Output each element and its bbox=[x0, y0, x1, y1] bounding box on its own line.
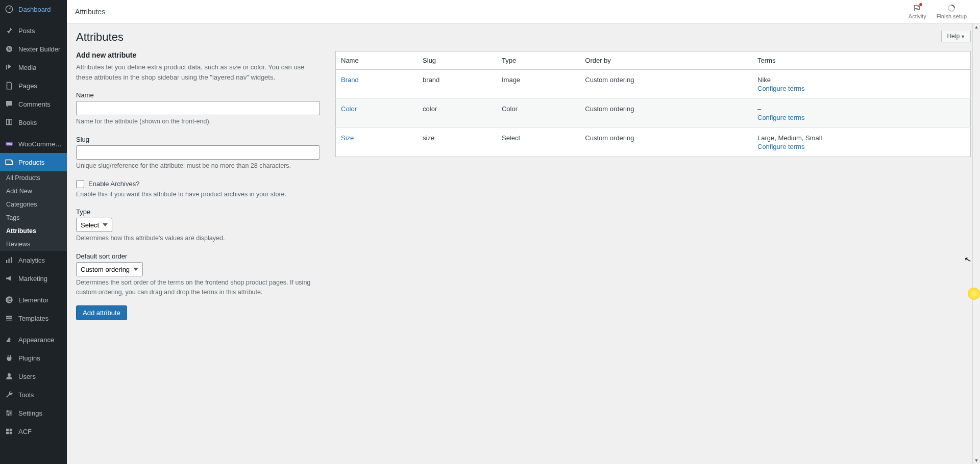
col-type[interactable]: Type bbox=[497, 51, 580, 70]
attr-name-link[interactable]: Brand bbox=[341, 76, 359, 84]
attr-type: Image bbox=[497, 70, 580, 99]
sidebar-item-label: Pages bbox=[18, 82, 37, 90]
svg-text:woo: woo bbox=[6, 142, 12, 145]
flag-icon bbox=[913, 4, 921, 12]
sidebar-item-woocommerce[interactable]: wooWooCommerce bbox=[0, 135, 67, 153]
configure-terms-link[interactable]: Configure terms bbox=[757, 143, 804, 150]
sidebar-item-media[interactable]: Media bbox=[0, 58, 67, 76]
attr-type: Color bbox=[497, 99, 580, 128]
finish-setup-button[interactable]: Finish setup bbox=[932, 4, 972, 19]
activity-button[interactable]: Activity bbox=[903, 4, 932, 19]
sidebar-item-analytics[interactable]: Analytics bbox=[0, 251, 67, 269]
sidebar-item-users[interactable]: Users bbox=[0, 367, 67, 385]
products-icon bbox=[4, 157, 14, 167]
sidebar-item-elementor[interactable]: Elementor bbox=[0, 291, 67, 309]
sidebar-item-templates[interactable]: Templates bbox=[0, 309, 67, 327]
attr-order: Custom ordering bbox=[580, 99, 752, 128]
vertical-scrollbar[interactable]: ▲ ▼ bbox=[972, 23, 980, 464]
admin-sidebar: DashboardPostsNNexter BuilderMediaPagesC… bbox=[0, 0, 67, 464]
attr-terms: Nike bbox=[757, 76, 965, 84]
sort-hint: Determines the sort order of the terms o… bbox=[76, 278, 320, 297]
help-tab[interactable]: Help▼ bbox=[941, 31, 971, 42]
configure-terms-link[interactable]: Configure terms bbox=[757, 85, 804, 92]
svg-point-20 bbox=[10, 413, 12, 414]
svg-rect-7 bbox=[6, 260, 7, 263]
marketing-icon bbox=[4, 273, 14, 283]
sidebar-submenu: All ProductsAdd NewCategoriesTagsAttribu… bbox=[0, 171, 67, 251]
submenu-item-categories[interactable]: Categories bbox=[0, 198, 67, 211]
sidebar-item-comments[interactable]: Comments bbox=[0, 95, 67, 113]
nexter-icon: N bbox=[4, 44, 14, 54]
page-body: Help▼ Attributes Add new attribute Attri… bbox=[67, 23, 980, 464]
enable-archives-label: Enable Archives? bbox=[88, 180, 139, 188]
enable-archives-checkbox[interactable] bbox=[76, 180, 84, 188]
svg-rect-9 bbox=[11, 257, 12, 263]
svg-rect-23 bbox=[10, 429, 12, 431]
sidebar-item-tools[interactable]: Tools bbox=[0, 385, 67, 404]
sidebar-item-label: Analytics bbox=[18, 256, 45, 264]
scroll-down-icon: ▼ bbox=[974, 457, 979, 464]
sidebar-item-settings[interactable]: Settings bbox=[0, 404, 67, 422]
svg-rect-8 bbox=[9, 259, 10, 263]
sidebar-item-plugins[interactable]: Plugins bbox=[0, 349, 67, 367]
sidebar-item-pages[interactable]: Pages bbox=[0, 76, 67, 95]
form-heading: Add new attribute bbox=[76, 51, 320, 59]
sort-label: Default sort order bbox=[76, 252, 320, 260]
type-label: Type bbox=[76, 208, 320, 216]
type-select[interactable]: Select bbox=[76, 218, 112, 232]
submenu-item-attributes[interactable]: Attributes bbox=[0, 224, 67, 238]
attr-name-link[interactable]: Color bbox=[341, 105, 357, 113]
svg-rect-14 bbox=[9, 301, 11, 302]
attr-name-link[interactable]: Size bbox=[341, 134, 354, 142]
svg-rect-11 bbox=[8, 298, 9, 302]
tools-icon bbox=[4, 390, 14, 400]
chevron-down-icon: ▼ bbox=[961, 34, 965, 39]
svg-rect-24 bbox=[6, 432, 9, 434]
sidebar-item-marketing[interactable]: Marketing bbox=[0, 269, 67, 288]
add-attribute-form: Add new attribute Attributes let you def… bbox=[76, 51, 320, 320]
attr-slug: brand bbox=[418, 70, 497, 99]
activity-label: Activity bbox=[909, 13, 926, 19]
sidebar-item-dashboard[interactable]: Dashboard bbox=[0, 0, 67, 18]
attr-terms: – bbox=[757, 105, 965, 113]
sidebar-item-nexter-builder[interactable]: NNexter Builder bbox=[0, 40, 67, 58]
add-attribute-button[interactable]: Add attribute bbox=[76, 305, 127, 320]
sidebar-item-label: Plugins bbox=[18, 354, 40, 362]
svg-rect-3 bbox=[6, 65, 7, 70]
attr-slug: color bbox=[418, 99, 497, 128]
sidebar-item-label: Settings bbox=[18, 409, 42, 417]
name-input[interactable] bbox=[76, 101, 320, 115]
sort-select[interactable]: Custom ordering bbox=[76, 262, 143, 276]
slug-input[interactable] bbox=[76, 145, 320, 160]
archives-hint: Enable this if you want this attribute t… bbox=[76, 190, 320, 199]
sidebar-item-acf[interactable]: ACF bbox=[0, 422, 67, 441]
sidebar-item-label: Nexter Builder bbox=[18, 45, 60, 53]
sidebar-item-label: Comments bbox=[18, 100, 51, 108]
page-title: Attributes bbox=[76, 31, 971, 44]
sidebar-item-appearance[interactable]: Appearance bbox=[0, 330, 67, 349]
attr-slug: size bbox=[418, 128, 497, 157]
col-name[interactable]: Name bbox=[336, 51, 418, 70]
submenu-item-all-products[interactable]: All Products bbox=[0, 171, 67, 185]
settings-icon bbox=[4, 408, 14, 418]
sidebar-item-products[interactable]: Products bbox=[0, 153, 67, 171]
woo-icon: woo bbox=[4, 139, 14, 149]
dashboard-icon bbox=[4, 4, 14, 14]
slug-hint: Unique slug/reference for the attribute;… bbox=[76, 161, 320, 171]
sidebar-item-books[interactable]: Books bbox=[0, 113, 67, 132]
submenu-item-add-new[interactable]: Add New bbox=[0, 185, 67, 198]
col-slug[interactable]: Slug bbox=[418, 51, 497, 70]
submenu-item-reviews[interactable]: Reviews bbox=[0, 238, 67, 251]
svg-point-21 bbox=[8, 414, 9, 416]
wc-topbar: Attributes Activity Finish setup bbox=[67, 0, 980, 23]
submenu-item-tags[interactable]: Tags bbox=[0, 211, 67, 224]
sidebar-item-posts[interactable]: Posts bbox=[0, 21, 67, 40]
sidebar-item-label: Posts bbox=[18, 27, 35, 35]
col-terms[interactable]: Terms bbox=[752, 51, 971, 70]
svg-rect-13 bbox=[9, 299, 11, 300]
svg-rect-12 bbox=[9, 298, 11, 299]
col-order[interactable]: Order by bbox=[580, 51, 752, 70]
configure-terms-link[interactable]: Configure terms bbox=[757, 114, 804, 121]
book-icon bbox=[4, 117, 14, 127]
attr-terms: Large, Medium, Small bbox=[757, 134, 965, 142]
